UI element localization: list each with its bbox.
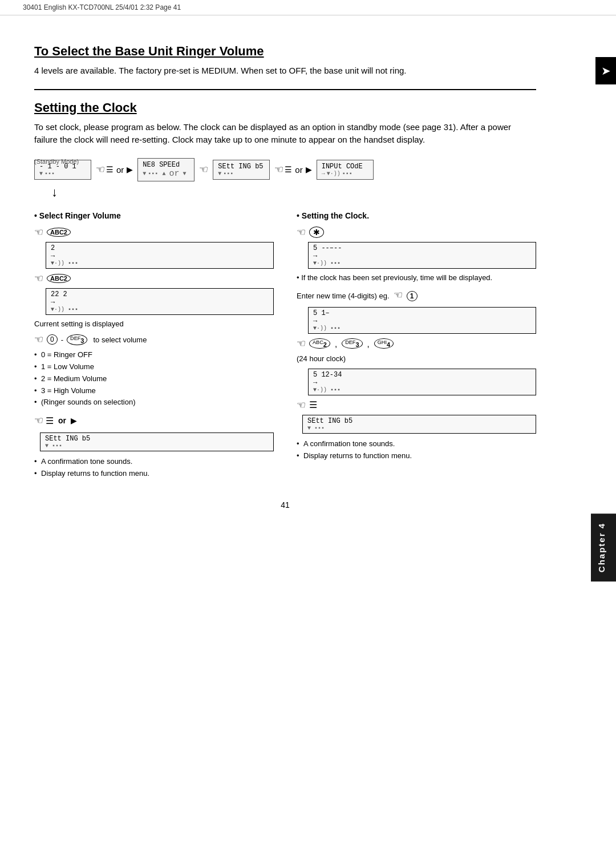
left-confirm-line1: SEtt ING b5 [45,435,269,443]
header-text: 30401 English KX-TCD700NL 25/4/01 2:32 P… [23,3,181,11]
two-col-layout: • Select Ringer Volume ☜ ABC2 2 → ▼·)) ▪… [34,211,536,483]
flow-box3-line1: SEtt ING b5 [218,163,265,171]
section1-title: To Select the Base Unit Ringer Volume [34,44,536,59]
left-lcd2-line3: ▼·)) ▪▪▪ [51,306,269,313]
ghi4-badge-r: GHI4 [374,338,394,349]
three-badge: DEF3 [67,334,87,345]
flow-box1-line2: ▼▪▪▪ [39,171,86,177]
left-heading: • Select Ringer Volume [34,211,274,220]
flow-box2: NE8 SPEEd ▼▪▪▪▲ or ▼ [137,158,194,181]
hour-clock-text: (24 hour clock) [297,353,536,365]
hand-icon-right1: ☜ [297,226,306,239]
chapter-label: Chapter 4 [597,523,606,572]
flow-box3-line2: ▼▪▪▪ [218,171,265,177]
chapter-sidebar: Chapter 4 [591,514,616,581]
left-confirm-bullet1: A confirmation tone sounds. [34,456,274,468]
play-icon-3: ▶ [306,165,312,174]
flow-box4-line1: INPUt COdE [322,163,368,171]
current-setting-text: Current setting is displayed [34,318,274,330]
abc2-badge: ABC2 [47,228,71,237]
menu-icon-1: ☰ [106,165,114,174]
volume-opt-3: 3 = High Volume [34,385,274,397]
section-divider [34,89,536,90]
or-confirm-row: ☜ ☰ or ▶ [34,414,274,427]
left-confirm-bullet2: Display returns to function menu. [34,468,274,480]
left-column: • Select Ringer Volume ☜ ABC2 2 → ▼·)) ▪… [34,211,274,483]
menu-icon-right: ☰ [309,399,317,410]
vert-down-arrow: ↓ [51,185,536,200]
page-number: 41 [34,500,536,510]
right-confirm-bullets: A confirmation tone sounds. Display retu… [297,438,536,462]
right-lcd1: 5 --–-- → ▼·)) ▪▪▪ [308,242,536,269]
top-flow: - 1 - 0 1 ▼▪▪▪ ☜ ☰ or ▶ NE8 SPEEd ▼▪▪▪▲ … [34,158,536,181]
right-lcd2-line2: → [313,317,531,325]
right-lcd3: 5 12-34 → ▼·)) ▪▪▪ [308,369,536,395]
left-confirm-lcd: SEtt ING b5 ▼ ▪▪▪ [40,432,274,451]
section2-desc: To set clock, please program as below. T… [34,121,536,147]
left-lcd1-line1: 2 [51,244,269,252]
right-menu-row: ☜ ☰ [297,399,536,411]
hand-icon-3: ☜ [274,163,283,176]
digits-row: ☜ ABC2 , DEF3 , GHI4 [297,337,536,350]
flow-box2-line1: NE8 SPEEd [143,161,189,169]
right-lcd3-line2: → [313,379,531,387]
right-lcd3-line1: 5 12-34 [313,371,531,379]
flow-box4-line2: →▼·))▪▪▪ [322,171,368,177]
volume-opt-note: (Ringer sounds on selection) [34,397,274,409]
play-icon-left: ▶ [71,416,77,425]
hand-icon-left2: ☜ [34,272,43,285]
or-label-3: or [295,165,302,175]
flow-box4: INPUt COdE →▼·))▪▪▪ [317,160,374,180]
hand-icon-left4: ☜ [34,414,43,427]
right-confirm-bullet1: A confirmation tone sounds. [297,438,536,450]
flow-step3-sep: ☜ ☰ or ▶ [274,163,311,176]
flow-step1-sep: ☜ ☰ or ▶ [96,163,133,176]
flow-step2-sep: ☜ [199,163,208,176]
select-range-row: ☜ 0 - DEF3 to select volume [34,333,274,346]
right-lcd2: 5 1– → ▼·)) ▪▪▪ [308,307,536,334]
right-confirm-bullet2: Display returns to function menu. [297,450,536,462]
one-badge: 1 [407,291,418,301]
abc2-badge-r: ABC2 [309,338,330,349]
left-lcd1-line2: → [51,252,269,260]
left-lcd1-line3: ▼·)) ▪▪▪ [51,260,269,266]
right-heading: • Setting the Clock. [297,211,536,220]
right-confirm-lcd: SEtt ING b5 ▼ ▪▪▪ [302,415,536,434]
right-lcd1-line3: ▼·)) ▪▪▪ [313,260,531,266]
right-lcd2-line1: 5 1– [313,309,531,317]
or-label-left: or [58,416,66,425]
left-confirm-bullets: A confirmation tone sounds. Display retu… [34,456,274,480]
menu-icon-3: ☰ [285,165,292,174]
select-vol-text: to select volume [93,335,147,344]
right-lcd2-line3: ▼·)) ▪▪▪ [313,325,531,332]
left-step1-row: ☜ ABC2 [34,226,274,239]
right-lcd1-line1: 5 --–-- [313,244,531,252]
right-confirm-line2: ▼ ▪▪▪ [307,425,531,431]
play-icon-1: ▶ [127,165,133,174]
left-lcd2-line1: 22 2 [51,290,269,298]
star-badge: ✱ [309,227,324,238]
standby-label: (Standby Mode) [34,158,79,165]
right-lcd1-line2: → [313,252,531,260]
volume-opt-2: 2 = Medium Volume [34,373,274,385]
volume-opt-0: 0 = Ringer OFF [34,349,274,361]
left-lcd2: 22 2 → ▼·)) ▪▪▪ [46,288,274,315]
hand-icon-right4: ☜ [297,399,306,411]
flow-box2-line2: ▼▪▪▪▲ or ▼ [143,169,189,179]
def3-badge-r: DEF3 [342,338,362,349]
left-confirm-line2: ▼ ▪▪▪ [45,443,269,449]
abc2-badge2: ABC2 [47,274,71,283]
right-confirm-line1: SEtt ING b5 [307,417,531,425]
volume-opt-1: 1 = Low Volume [34,361,274,373]
arrow-tab: ➤ [595,57,616,84]
if-clock-text: • If the clock has been set previously, … [297,272,536,284]
hand-icon-right2: ☜ [394,289,403,301]
hand-icon-2: ☜ [199,163,208,176]
enter-time-text: Enter new time (4-digits) eg. ☜ 1 [297,287,536,304]
left-step2-row: ☜ ABC2 [34,272,274,285]
left-lcd2-line2: → [51,298,269,306]
left-lcd1: 2 → ▼·)) ▪▪▪ [46,242,274,269]
hand-icon-left1: ☜ [34,226,43,239]
hand-icon-right3: ☜ [297,337,306,350]
right-lcd3-line3: ▼·)) ▪▪▪ [313,387,531,393]
